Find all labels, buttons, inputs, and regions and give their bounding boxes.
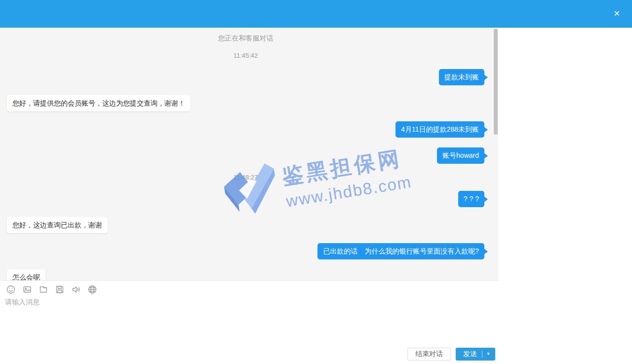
composer-actions: 结束对话 发送 ▼ <box>407 348 495 361</box>
side-panel <box>498 28 632 364</box>
outgoing-message-bubble: 账号howard <box>437 147 484 164</box>
globe-icon[interactable] <box>87 285 97 294</box>
message-row: 您正在和客服对话 <box>0 35 498 42</box>
message-list: 您正在和客服对话11:45:42提款未到账您好，请提供您的会员账号，这边为您提交… <box>0 28 498 280</box>
outgoing-message-bubble: ? ? ? <box>458 191 484 207</box>
timestamp: 11:48:27 <box>234 174 258 181</box>
incoming-message-bubble: 怎么会呢 <box>7 269 45 280</box>
message-row: 11:48:27 <box>0 174 498 181</box>
message-row: 提款未到账 <box>0 69 498 85</box>
message-input[interactable] <box>5 298 491 337</box>
close-icon[interactable]: ✕ <box>614 9 620 18</box>
save-icon[interactable] <box>55 285 65 294</box>
send-button-divider <box>482 351 482 358</box>
message-row: 账号howard <box>0 147 498 164</box>
chevron-down-icon[interactable]: ▼ <box>486 352 490 356</box>
incoming-message-bubble: 您好，这边查询已出款，谢谢 <box>7 217 108 233</box>
outgoing-message-bubble: 4月11日的提款288未到账 <box>395 121 484 138</box>
message-row: 11:45:42 <box>0 52 498 59</box>
send-button-label: 发送 <box>463 350 477 359</box>
outgoing-message-bubble: 已出款的话 为什么我的银行账号里面没有入款呢? <box>317 243 484 259</box>
message-row: 怎么会呢 <box>0 269 498 280</box>
message-row: 已出款的话 为什么我的银行账号里面没有入款呢? <box>0 243 498 259</box>
message-row: 您好，请提供您的会员账号，这边为您提交查询，谢谢！ <box>0 95 498 111</box>
file-icon[interactable] <box>39 285 48 294</box>
message-row: 您好，这边查询已出款，谢谢 <box>0 217 498 233</box>
image-icon[interactable] <box>22 285 32 294</box>
send-button[interactable]: 发送 ▼ <box>456 348 495 361</box>
scrollbar-thumb[interactable] <box>494 29 498 135</box>
message-row: 4月11日的提款288未到账 <box>0 121 498 138</box>
chat-header: ✕ <box>0 0 632 28</box>
composer: 结束对话 发送 ▼ <box>0 280 498 364</box>
sound-icon[interactable] <box>71 285 81 294</box>
composer-toolbar <box>0 281 498 294</box>
emoji-icon[interactable] <box>6 285 16 294</box>
timestamp: 11:45:42 <box>234 52 258 59</box>
outgoing-message-bubble: 提款未到账 <box>439 69 484 85</box>
end-chat-button[interactable]: 结束对话 <box>407 348 451 361</box>
incoming-message-bubble: 您好，请提供您的会员账号，这边为您提交查询，谢谢！ <box>7 95 191 111</box>
chat-messages: 您正在和客服对话11:45:42提款未到账您好，请提供您的会员账号，这边为您提交… <box>0 28 498 280</box>
system-notice: 您正在和客服对话 <box>218 35 274 42</box>
message-row: ? ? ? <box>0 191 498 207</box>
